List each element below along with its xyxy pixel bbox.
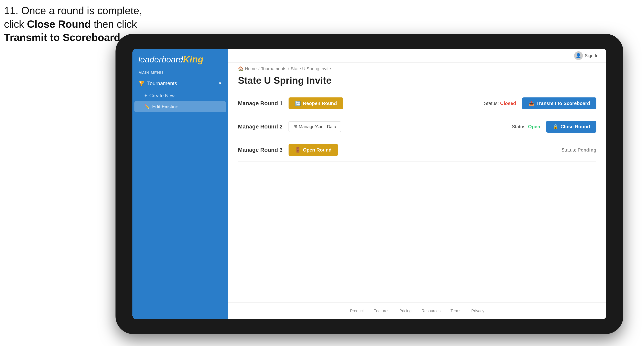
instruction-bold1: Close Round [27,18,91,30]
round-3-status-value: Pending [578,147,596,153]
footer-features[interactable]: Features [374,309,390,313]
round-1-left: Manage Round 1 🔄 Reopen Round [238,97,343,109]
round-2-right: Status: Open 🔒 Close Round [512,121,596,133]
rounds-area: Manage Round 1 🔄 Reopen Round Status: Cl… [228,92,606,303]
footer-product[interactable]: Product [350,309,364,313]
logo-area: leaderboardKing [132,49,228,68]
close-round-button[interactable]: 🔒 Close Round [546,121,596,133]
plus-icon: + [144,93,147,98]
main-menu-label: MAIN MENU [132,68,228,77]
transmit-label: Transmit to Scoreboard [536,101,590,106]
round-2-status-value: Open [528,124,540,129]
round-3-status: Status: Pending [561,147,596,153]
sign-in-button[interactable]: 👤 Sign In [574,51,598,60]
round-3-row: Manage Round 3 🚪 Open Round Status: Pend… [238,138,596,162]
instruction-line1: 11. Once a round is complete, [4,5,142,16]
round-1-title: Manage Round 1 [238,100,282,107]
avatar: 👤 [574,51,583,60]
round-2-status: Status: Open [512,124,540,130]
breadcrumb-tournaments[interactable]: Tournaments [261,66,286,71]
open-round-button[interactable]: 🚪 Open Round [288,144,338,156]
round-1-row: Manage Round 1 🔄 Reopen Round Status: Cl… [238,92,596,115]
round-1-status: Status: Closed [484,101,516,106]
round-1-right: Status: Closed 📤 Transmit to Scoreboard [484,97,596,109]
edit-existing-label: Edit Existing [152,104,178,110]
create-new-label: Create New [149,93,175,98]
sidebar-item-create-new[interactable]: + Create New [132,90,228,101]
footer-resources[interactable]: Resources [422,309,441,313]
reopen-round-button[interactable]: 🔄 Reopen Round [288,97,343,109]
instruction-line3: then click [91,18,137,30]
sidebar: leaderboardKing MAIN MENU 🏆 Tournaments … [132,49,228,319]
transmit-to-scoreboard-button[interactable]: 📤 Transmit to Scoreboard [522,97,596,109]
refresh-icon: 🔄 [295,101,301,106]
instruction-bold2: Transmit to Scoreboard. [4,32,123,43]
footer: Product Features Pricing Resources Terms… [228,303,606,319]
home-icon: 🏠 [238,66,243,71]
sidebar-item-tournaments[interactable]: 🏆 Tournaments ▼ [132,77,228,90]
round-2-title: Manage Round 2 [238,124,282,130]
round-2-left: Manage Round 2 ⊞ Manage/Audit Data [238,122,341,132]
breadcrumb-sep2: / [288,66,289,71]
page-title: State U Spring Invite [228,73,606,92]
app-layout: leaderboardKing MAIN MENU 🏆 Tournaments … [132,49,606,319]
round-3-left: Manage Round 3 🚪 Open Round [238,144,338,156]
sign-in-label: Sign In [585,53,598,58]
breadcrumb: 🏠 Home / Tournaments / State U Spring In… [228,63,606,73]
manage-audit-label: Manage/Audit Data [299,124,336,129]
reopen-round-label: Reopen Round [303,101,337,106]
edit-icon: ✏️ [144,104,150,109]
breadcrumb-home[interactable]: Home [245,66,257,71]
sidebar-item-edit-existing[interactable]: ✏️ Edit Existing [134,101,226,112]
breadcrumb-current: State U Spring Invite [291,66,331,71]
tablet-screen: leaderboardKing MAIN MENU 🏆 Tournaments … [132,49,606,319]
round-1-status-value: Closed [500,101,516,106]
manage-audit-data-button[interactable]: ⊞ Manage/Audit Data [288,122,341,132]
trophy-icon: 🏆 [138,81,144,86]
send-icon: 📤 [528,101,534,106]
logo: leaderboardKing [138,55,222,64]
main-content: 👤 Sign In 🏠 Home / Tournaments / State U… [228,49,606,319]
close-round-label: Close Round [560,124,590,130]
round-3-right: Status: Pending [561,147,596,153]
tablet-device: leaderboardKing MAIN MENU 🏆 Tournaments … [116,34,623,334]
instruction-line2: click [4,18,27,30]
door-icon: 🚪 [295,147,301,153]
footer-privacy[interactable]: Privacy [471,309,484,313]
footer-terms[interactable]: Terms [450,309,461,313]
footer-pricing[interactable]: Pricing [400,309,412,313]
round-3-title: Manage Round 3 [238,147,282,153]
top-bar: 👤 Sign In [228,49,606,63]
sidebar-tournaments-label: Tournaments [147,80,177,86]
open-round-label: Open Round [303,147,332,153]
lock-icon: 🔒 [552,124,558,130]
chevron-down-icon: ▼ [218,81,222,86]
logo-leaderboard: leaderboard [138,55,183,64]
breadcrumb-sep1: / [258,66,260,71]
round-2-row: Manage Round 2 ⊞ Manage/Audit Data Statu… [238,115,596,138]
logo-king: King [183,54,203,64]
table-icon: ⊞ [294,124,297,129]
